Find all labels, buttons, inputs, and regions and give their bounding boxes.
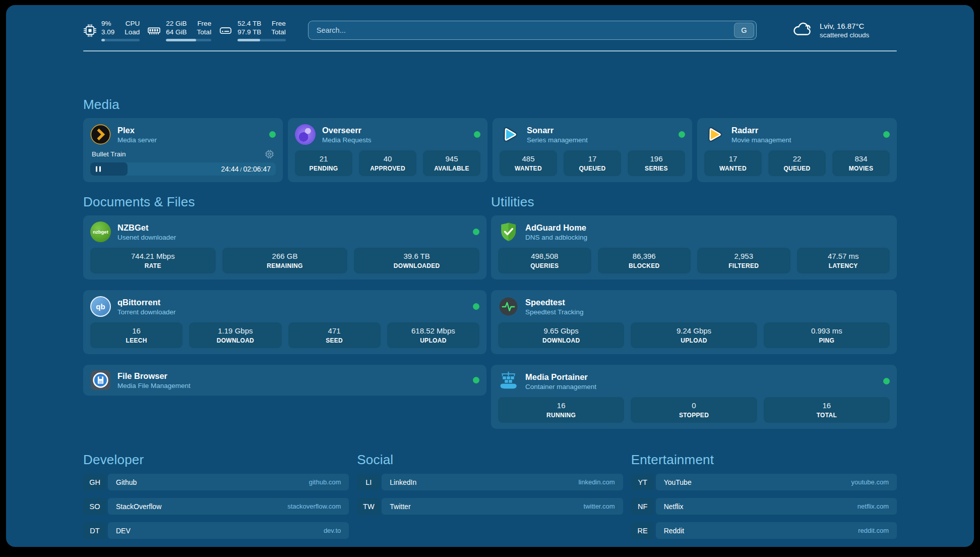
stat-value: 266 GB	[224, 251, 346, 261]
bookmark-group-developer: Developer GH Github github.com SO StackO…	[83, 452, 349, 546]
stat-label: LATENCY	[799, 262, 888, 270]
bookmark-reddit[interactable]: RE Reddit reddit.com	[631, 522, 897, 539]
bookmark-stackoverflow[interactable]: SO StackOverflow stackoverflow.com	[83, 498, 349, 515]
stat-label: SEED	[290, 337, 379, 345]
stat-value: 945	[425, 154, 478, 163]
app-name: NZBGet	[117, 222, 176, 233]
cpu-icon	[83, 24, 97, 37]
app-name: Radarr	[731, 125, 791, 135]
stat-value: 16	[92, 326, 180, 336]
stat-box: 2,953 FILTERED	[697, 248, 790, 273]
bookmark-abbr: LI	[357, 474, 380, 490]
playback-progressbar[interactable]: 24:44 / 02:06:47	[90, 162, 276, 176]
overseerr-card[interactable]: Overseerr Media Requests 21 PENDING 40 A…	[288, 118, 487, 182]
stat-label: QUEUED	[770, 165, 824, 173]
cpu-load-value: 3.09	[101, 28, 114, 36]
stat-label: BLOCKED	[600, 262, 689, 270]
stat-box: 9.24 Gbps UPLOAD	[631, 322, 757, 348]
memory-free-label: Free	[197, 19, 212, 28]
overseerr-icon	[295, 124, 316, 145]
adguard-card[interactable]: AdGuard Home DNS and adblocking 498,508 …	[491, 215, 897, 280]
stat-box: 16 TOTAL	[764, 397, 890, 423]
stat-label: QUERIES	[500, 262, 589, 270]
weather-condition: scattered clouds	[820, 31, 869, 40]
status-online-dot	[474, 131, 480, 138]
bookmark-youtube[interactable]: YT YouTube youtube.com	[631, 474, 897, 490]
stat-label: REMAINING	[224, 262, 346, 270]
filebrowser-card-header: File Browser Media File Management	[90, 370, 479, 391]
stat-label: WANTED	[502, 165, 555, 173]
app-description: Series management	[527, 136, 588, 144]
memory-progressbar	[166, 39, 211, 41]
search-engine-button[interactable]: G	[734, 23, 754, 38]
bookmark-name: Github	[116, 478, 137, 486]
bookmark-twitter[interactable]: TW Twitter twitter.com	[357, 498, 623, 515]
stat-box: 266 GB REMAINING	[222, 248, 348, 273]
bookmark-linkedin[interactable]: LI LinkedIn linkedin.com	[357, 474, 623, 490]
portainer-card[interactable]: Media Portainer Container management 16 …	[491, 365, 897, 429]
memory-progress-fill	[166, 39, 196, 41]
bookmark-name: Twitter	[390, 503, 410, 511]
status-online-dot	[679, 131, 685, 138]
bookmark-domain: github.com	[309, 478, 341, 486]
stat-value: 17	[706, 154, 760, 163]
stat-box: 39.6 TB DOWNLOADED	[354, 248, 479, 273]
bookmark-dev[interactable]: DT DEV dev.to	[83, 522, 349, 539]
stat-box: 0.993 ms PING	[764, 322, 890, 348]
speedtest-card[interactable]: Speedtest Speedtest Tracking 9.65 Gbps D…	[491, 290, 897, 354]
status-online-dot	[473, 303, 479, 310]
memory-total-label: Total	[197, 28, 212, 36]
disk-free-label: Free	[271, 19, 286, 28]
stat-box: 16 RUNNING	[498, 397, 624, 423]
filebrowser-card[interactable]: File Browser Media File Management	[83, 365, 486, 396]
portainer-card-header: Media Portainer Container management	[498, 371, 890, 392]
sonarr-card-header: Sonarr Series management	[500, 124, 685, 145]
pause-icon[interactable]	[96, 166, 101, 172]
qbittorrent-card-header: qb qBittorrent Torrent downloader	[90, 296, 479, 317]
sonarr-card[interactable]: Sonarr Series management 485 WANTED 17 Q…	[493, 118, 692, 182]
stat-value: 9.24 Gbps	[633, 326, 755, 336]
qbittorrent-card[interactable]: qb qBittorrent Torrent downloader 16 LEE…	[83, 290, 486, 354]
stat-label: DOWNLOAD	[500, 337, 622, 345]
stat-label: QUEUED	[566, 165, 619, 173]
plex-card[interactable]: Plex Media server Bullet Train 24:44	[83, 118, 283, 182]
cloud-icon	[792, 21, 813, 39]
stat-box: 485 WANTED	[500, 150, 557, 176]
status-online-dot	[473, 377, 479, 383]
bookmark-abbr: YT	[631, 474, 654, 490]
stat-label: PING	[766, 337, 888, 345]
stat-box: 196 SERIES	[628, 150, 685, 176]
app-description: Media server	[117, 136, 157, 144]
nzbget-icon: nzbget	[90, 221, 111, 242]
plex-icon	[90, 124, 111, 145]
stat-value: 0	[633, 401, 755, 410]
now-playing-title: Bullet Train	[92, 150, 126, 158]
media-card-grid: Plex Media server Bullet Train 24:44	[83, 118, 897, 182]
stat-value: 40	[361, 154, 414, 163]
stat-label: MOVIES	[834, 165, 888, 173]
stat-label: DOWNLOAD	[191, 337, 279, 345]
bookmark-group-entertainment: Entertainment YT YouTube youtube.com NF …	[631, 452, 897, 546]
stat-label: STOPPED	[633, 412, 755, 419]
memory-free-value: 22 GiB	[166, 19, 187, 28]
time-separator: /	[240, 166, 242, 173]
nzbget-card[interactable]: nzbget NZBGet Usenet downloader 744.21 M…	[83, 215, 486, 280]
stat-row: 498,508 QUERIES 86,396 BLOCKED 2,953 FIL…	[498, 248, 890, 273]
stat-value: 22	[770, 154, 824, 163]
radarr-card[interactable]: Radarr Movie management 17 WANTED 22 QUE…	[697, 118, 897, 182]
stat-value: 21	[297, 154, 350, 163]
bookmark-abbr: GH	[83, 474, 106, 490]
radarr-play-icon	[704, 124, 725, 145]
stat-label: FILTERED	[699, 262, 788, 270]
bookmark-netflix[interactable]: NF Netflix netflix.com	[631, 498, 897, 515]
bookmark-domain: stackoverflow.com	[287, 503, 341, 510]
stat-box: 9.65 Gbps DOWNLOAD	[498, 322, 624, 348]
stat-box: 618.52 Mbps UPLOAD	[387, 322, 479, 348]
app-description: Container management	[525, 382, 596, 391]
search-input[interactable]	[308, 21, 757, 40]
bookmark-github[interactable]: GH Github github.com	[83, 474, 349, 490]
speedtest-card-header: Speedtest Speedtest Tracking	[498, 296, 890, 317]
transcode-chip-icon[interactable]	[265, 149, 274, 159]
section-title-documents: Documents & Files	[83, 194, 486, 210]
disk-free-value: 52.4 TB	[237, 19, 261, 28]
